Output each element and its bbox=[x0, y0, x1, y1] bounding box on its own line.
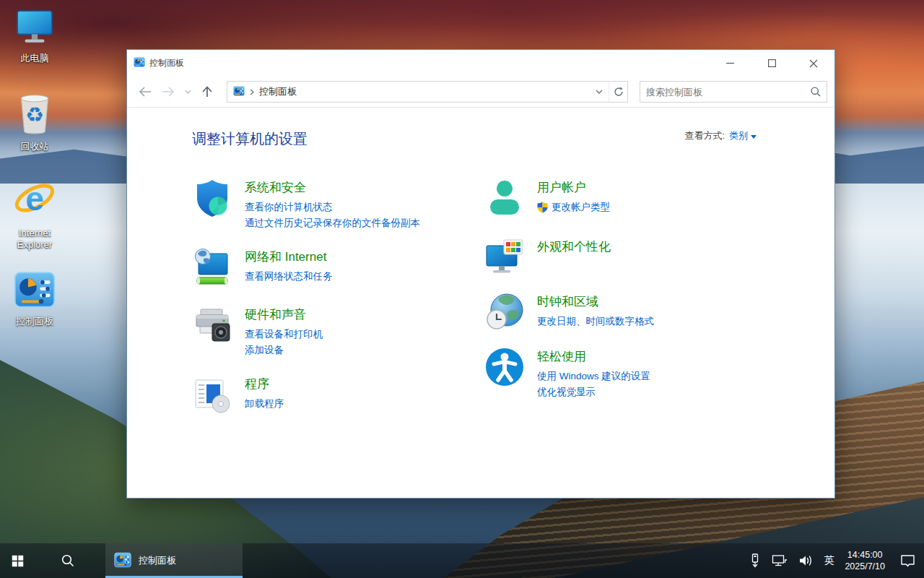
network-icon[interactable] bbox=[772, 554, 788, 567]
action-center-icon[interactable] bbox=[900, 554, 915, 568]
category-hardware-sound: 硬件和声音 查看设备和打印机 添加设备 bbox=[192, 305, 484, 358]
user-icon[interactable] bbox=[484, 178, 525, 218]
forward-icon[interactable] bbox=[159, 82, 178, 101]
taskbar-search-button[interactable] bbox=[51, 543, 85, 578]
display-personalize-icon[interactable] bbox=[484, 237, 525, 277]
category-title[interactable]: 程序 bbox=[245, 376, 269, 392]
recycle-bin-icon: ♻ bbox=[14, 91, 56, 139]
search-icon bbox=[61, 554, 74, 567]
desktop: 此电脑 ♻ 回收站 e Internet Explorer 控制面板 bbox=[0, 0, 924, 578]
recent-pages-chevron-icon[interactable] bbox=[182, 82, 193, 101]
page-title: 调整计算机的设置 bbox=[192, 129, 308, 149]
ie-icon: e bbox=[13, 178, 56, 225]
start-button[interactable] bbox=[0, 543, 35, 578]
category-ease-of-access: 轻松使用 使用 Windows 建议的设置 优化视觉显示 bbox=[484, 347, 757, 400]
category-title[interactable]: 外观和个性化 bbox=[537, 238, 611, 255]
address-dropdown-icon[interactable] bbox=[590, 82, 609, 102]
search-icon[interactable] bbox=[805, 87, 827, 97]
category-link[interactable]: 更改日期、时间或数字格式 bbox=[537, 314, 654, 329]
taskbar-clock[interactable]: 14:45:00 2025/7/10 bbox=[845, 549, 885, 572]
category-link[interactable]: 优化视觉显示 bbox=[537, 384, 650, 400]
breadcrumb[interactable]: 控制面板 bbox=[259, 85, 297, 98]
category-link[interactable]: 查看网络状态和任务 bbox=[245, 269, 333, 285]
printer-sound-icon[interactable] bbox=[192, 305, 232, 345]
address-bar[interactable]: 控制面板 bbox=[227, 81, 628, 103]
speaker-icon[interactable] bbox=[798, 554, 813, 567]
navigation-bar: 控制面板 bbox=[127, 77, 834, 108]
category-title[interactable]: 轻松使用 bbox=[537, 348, 586, 365]
input-method-indicator[interactable]: 英 bbox=[824, 554, 834, 567]
category-title[interactable]: 网络和 Internet bbox=[245, 249, 326, 265]
view-by-label: 查看方式: bbox=[684, 129, 725, 142]
desktop-icon-label: 回收站 bbox=[21, 141, 49, 152]
breadcrumb-chevron-icon bbox=[250, 89, 254, 95]
network-globe-icon[interactable] bbox=[192, 247, 232, 288]
usb-icon[interactable] bbox=[749, 553, 761, 568]
category-title[interactable]: 用户帐户 bbox=[537, 179, 586, 196]
category-user-accounts: 用户帐户 bbox=[484, 178, 757, 220]
maximize-button[interactable] bbox=[751, 50, 793, 77]
view-by-dropdown[interactable]: 类别 bbox=[729, 129, 757, 142]
category-link[interactable]: 卸载程序 bbox=[245, 396, 284, 412]
category-link[interactable]: 查看你的计算机状态 bbox=[245, 199, 420, 215]
desktop-icon-internet-explorer[interactable]: e Internet Explorer bbox=[6, 178, 64, 251]
clock-globe-icon[interactable] bbox=[484, 292, 525, 332]
control-panel-icon bbox=[14, 269, 56, 314]
category-programs: 程序 卸载程序 bbox=[192, 374, 484, 416]
svg-text:e: e bbox=[25, 180, 44, 217]
titlebar[interactable]: 控制面板 bbox=[127, 50, 834, 77]
uac-shield-icon bbox=[537, 202, 548, 213]
control-panel-icon bbox=[114, 551, 131, 571]
ease-of-access-icon[interactable] bbox=[484, 347, 525, 387]
control-panel-home: 调整计算机的设置 查看方式: 类别 bbox=[127, 108, 834, 498]
chevron-down-icon bbox=[751, 135, 757, 139]
control-panel-window: 控制面板 bbox=[126, 49, 835, 499]
programs-disc-icon[interactable] bbox=[192, 374, 232, 415]
category-title[interactable]: 时钟和区域 bbox=[537, 293, 598, 310]
category-link[interactable]: 查看设备和打印机 bbox=[245, 327, 323, 342]
desktop-icon-this-pc[interactable]: 此电脑 bbox=[6, 6, 64, 64]
clock-time: 14:45:00 bbox=[845, 549, 885, 561]
control-panel-icon bbox=[233, 85, 245, 99]
shield-security-icon[interactable] bbox=[192, 178, 232, 218]
category-clock-region: 时钟和区域 更改日期、时间或数字格式 bbox=[484, 292, 757, 334]
windows-logo-icon bbox=[12, 555, 24, 567]
category-system-security: 系统和安全 查看你的计算机状态 通过文件历史记录保存你的文件备份副本 bbox=[192, 178, 484, 231]
desktop-icon-label: Internet Explorer bbox=[6, 228, 64, 251]
taskbar: 控制面板 bbox=[0, 543, 924, 578]
desktop-icon-control-panel[interactable]: 控制面板 bbox=[6, 269, 64, 327]
refresh-icon[interactable] bbox=[609, 82, 627, 102]
back-icon[interactable] bbox=[136, 82, 154, 101]
clock-date: 2025/7/10 bbox=[845, 561, 885, 572]
category-link[interactable]: 更改帐户类型 bbox=[537, 199, 610, 215]
category-appearance-personalization: 外观和个性化 bbox=[484, 237, 757, 279]
taskbar-app-control-panel[interactable]: 控制面板 bbox=[105, 543, 243, 578]
search-input[interactable] bbox=[640, 87, 805, 98]
category-network-internet: 网络和 Internet 查看网络状态和任务 bbox=[192, 247, 484, 289]
desktop-icon-recycle-bin[interactable]: ♻ 回收站 bbox=[6, 91, 64, 152]
desktop-icon-label: 此电脑 bbox=[21, 53, 49, 64]
control-panel-icon bbox=[134, 56, 145, 71]
search-box[interactable] bbox=[640, 81, 827, 103]
category-title[interactable]: 系统和安全 bbox=[245, 179, 306, 196]
monitor-icon bbox=[14, 6, 56, 51]
minimize-button[interactable] bbox=[709, 50, 751, 77]
taskbar-app-label: 控制面板 bbox=[139, 554, 176, 567]
window-title: 控制面板 bbox=[149, 57, 184, 69]
category-link[interactable]: 使用 Windows 建议的设置 bbox=[537, 368, 650, 384]
category-title[interactable]: 硬件和声音 bbox=[245, 306, 306, 323]
up-icon[interactable] bbox=[198, 82, 217, 101]
category-link[interactable]: 添加设备 bbox=[245, 342, 323, 358]
svg-text:♻: ♻ bbox=[25, 103, 44, 127]
close-button[interactable] bbox=[793, 50, 834, 77]
desktop-icon-label: 控制面板 bbox=[16, 316, 53, 327]
category-link[interactable]: 通过文件历史记录保存你的文件备份副本 bbox=[245, 215, 420, 231]
